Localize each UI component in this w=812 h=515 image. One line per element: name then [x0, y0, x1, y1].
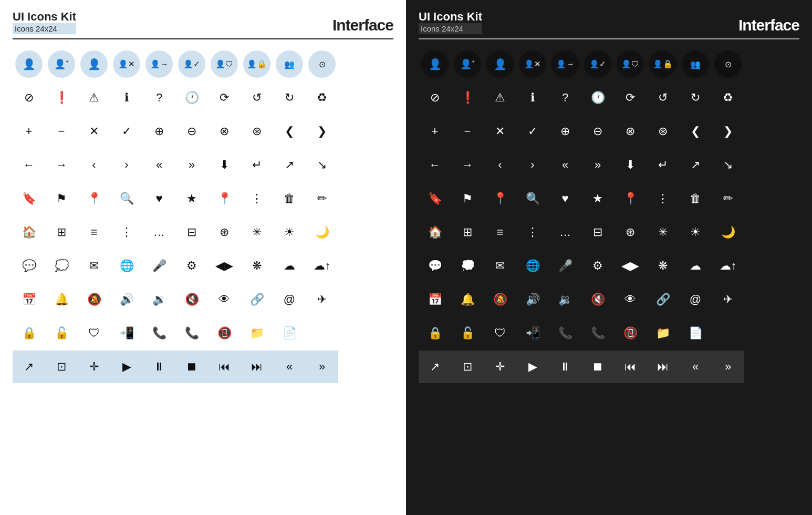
dark-row-3: ← → ‹ › « » ⬇ ↵ ↗ ↘ [419, 149, 799, 181]
dark-icon-location: 📍 [614, 182, 647, 215]
light-icon-cell: 👥 [273, 48, 306, 80]
light-subtitle: Icons 24x24 [13, 23, 76, 34]
dark-icon-dbl-check: ⊛ [647, 115, 679, 148]
dark-icon-menu: ≡ [484, 216, 516, 249]
dark-icon-fullscreen: ↗ [419, 351, 451, 383]
light-icon-volume-low: 🔉 [143, 283, 175, 316]
light-icon-plus-circle: ⊕ [143, 115, 175, 148]
light-panel: UI Icons Kit Icons 24x24 Interface 👤 👤+ … [0, 0, 406, 515]
dark-avatar-circle-user: ⊙ [714, 50, 742, 78]
light-icon-play: ▶ [110, 351, 143, 383]
dark-category: Interface [738, 16, 799, 34]
dark-header: UI Icons Kit Icons 24x24 Interface [419, 11, 799, 39]
light-icon-pause: ⏸ [143, 351, 175, 383]
dark-icon-flag: ⚑ [451, 182, 484, 215]
dark-icon-apps: ❋ [647, 250, 679, 282]
light-icon-lock: 🔒 [13, 317, 45, 349]
light-header: UI Icons Kit Icons 24x24 Interface [13, 11, 393, 39]
light-icon-cell: 👤 [13, 48, 45, 80]
dark-icon-toggle: ◀▶ [614, 250, 647, 282]
dark-icon-plus-circle: ⊕ [549, 115, 581, 148]
dark-icon-heart: ♥ [549, 182, 581, 215]
light-icon-share: ⋮ [241, 182, 273, 215]
light-icon-grid: ⊞ [45, 216, 78, 249]
light-row-9: ↗ ⊡ ✛ ▶ ⏸ ⏹ ⏮ ⏭ « » [13, 351, 393, 383]
light-icon-cell: 👤🔒 [241, 48, 273, 80]
light-row-3: ← → ‹ › « » ⬇ ↵ ↗ ↘ [13, 149, 393, 181]
dark-avatar-down: 👤 [486, 50, 514, 78]
light-icon-enter: ↵ [241, 149, 273, 181]
light-icon-cloud-upload: ☁↑ [306, 250, 338, 282]
dark-icon-chat: 💬 [419, 250, 451, 282]
light-icon-pin: 📍 [78, 182, 110, 215]
dark-icon-mail: ✉ [484, 250, 516, 282]
light-icon-minus-circle: ⊖ [175, 115, 208, 148]
light-icon-dbl-check: ⊛ [241, 115, 273, 148]
dark-icon-chevron-right: ❯ [712, 115, 744, 148]
dark-icon-globe: 🌐 [516, 250, 549, 282]
dark-icon-history: ⟳ [614, 81, 647, 114]
light-icon-mute: 🔇 [175, 283, 208, 316]
light-avatar-row: 👤 👤+ 👤 👤✕ 👤→ 👤✓ 👤🛡 👤🔒 👥 ⊙ [13, 48, 393, 80]
light-icon-history: ⟳ [208, 81, 241, 114]
dark-icon-settings: ⚙ [581, 250, 614, 282]
light-icon-dbl-right: » [175, 149, 208, 181]
light-icon-bookmark: 🔖 [13, 182, 45, 215]
light-icon-skip-forward: ⏭ [241, 351, 273, 383]
light-icon-cell: 👤→ [143, 48, 175, 80]
dark-avatar-lock: 👤🔒 [649, 50, 676, 78]
dark-icon-dbl-left: « [549, 149, 581, 181]
light-icons-grid: 👤 👤+ 👤 👤✕ 👤→ 👤✓ 👤🛡 👤🔒 👥 ⊙ ⊘ ❗ ⚠ ℹ ? 🕐 ⟳ … [13, 48, 393, 504]
light-icon-mic: 🎤 [143, 250, 175, 282]
dark-icon-sun: ☀ [679, 216, 712, 249]
dark-icon-blank [712, 317, 744, 349]
light-icon-folder: 📁 [241, 317, 273, 349]
light-icon-arrow-right: → [45, 149, 78, 181]
light-icon-sun: ☀ [273, 216, 306, 249]
dark-icon-cell: 👤🔒 [647, 48, 679, 80]
light-row-1: ⊘ ❗ ⚠ ℹ ? 🕐 ⟳ ↺ ↻ ♻ [13, 81, 393, 114]
light-icon-send: ✈ [306, 283, 338, 316]
dark-subtitle: Icons 24x24 [419, 23, 482, 34]
dark-avatar-shield: 👤🛡 [617, 50, 644, 78]
dark-icons-grid: 👤 👤+ 👤 👤✕ 👤→ 👤✓ 👤🛡 👤🔒 👥 ⊙ ⊘ ❗ ⚠ ℹ ? 🕐 ⟳ … [419, 48, 799, 504]
light-icon-cell: 👤+ [45, 48, 78, 80]
dark-icon-mute: 🔇 [581, 283, 614, 316]
light-icon-frame: ⊡ [45, 351, 78, 383]
avatar-transfer: 👤→ [145, 50, 173, 78]
light-icon-unlock: 🔓 [45, 317, 78, 349]
light-icon-edit: ✏ [306, 182, 338, 215]
light-icon-loader: ✳ [241, 216, 273, 249]
dark-icon-unlock: 🔓 [451, 317, 484, 349]
dark-icon-lock: 🔒 [419, 317, 451, 349]
light-icon-phone: 📞 [143, 317, 175, 349]
dark-icon-pause: ⏸ [549, 351, 581, 383]
avatar-add: 👤+ [48, 50, 75, 78]
dark-icon-link: 🔗 [647, 283, 679, 316]
dark-row-8: 🔒 🔓 🛡 📲 📞 📞 📵 📁 📄 [419, 317, 799, 349]
light-icon-blank [306, 317, 338, 349]
dark-header-left: UI Icons Kit Icons 24x24 [419, 11, 482, 34]
light-icon-ban: ⊘ [13, 81, 45, 114]
dark-icon-check: ✓ [516, 115, 549, 148]
dark-icon-arrow-right: → [451, 149, 484, 181]
dark-icon-error: ❗ [451, 81, 484, 114]
dark-icon-phone-off: 📵 [614, 317, 647, 349]
dark-icon-loader: ✳ [647, 216, 679, 249]
light-row-8: 🔒 🔓 🛡 📲 📞 📞 📵 📁 📄 [13, 317, 393, 349]
dark-icon-mic: 🎤 [549, 250, 581, 282]
light-icon-volume: 🔊 [110, 283, 143, 316]
light-icon-star: ★ [175, 182, 208, 215]
dark-panel: UI Icons Kit Icons 24x24 Interface 👤 👤+ … [406, 0, 812, 515]
light-icon-close: ✕ [78, 115, 110, 148]
light-row-2: + − ✕ ✓ ⊕ ⊖ ⊗ ⊛ ❮ ❯ [13, 115, 393, 148]
dark-icon-volume: 🔊 [516, 283, 549, 316]
light-icon-cloud: ☁ [273, 250, 306, 282]
dark-icon-fast-forward: » [712, 351, 744, 383]
dark-row-5: 🏠 ⊞ ≡ ⋮ … ⊟ ⊛ ✳ ☀ 🌙 [419, 216, 799, 249]
dark-icon-chevron-left: ❮ [679, 115, 712, 148]
light-icon-rewind: « [273, 351, 306, 383]
dark-icon-enter: ↵ [647, 149, 679, 181]
light-icon-cell: ⊙ [306, 48, 338, 80]
dark-icon-download: ⬇ [614, 149, 647, 181]
